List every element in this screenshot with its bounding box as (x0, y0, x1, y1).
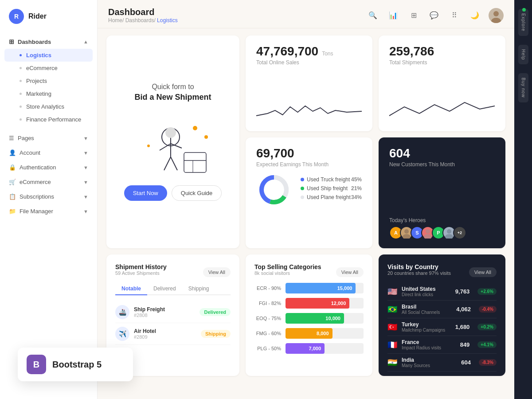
sidebar-item-label: Logistics (26, 52, 51, 59)
total-online-sales-unit: Tons (322, 51, 333, 57)
account-icon: 👤 (9, 149, 16, 156)
shipments-chart (389, 98, 495, 122)
grid-icon[interactable]: ⊞ (407, 9, 420, 22)
sidebar-item-projects[interactable]: Projects (4, 74, 93, 87)
logo-icon: R (9, 9, 24, 24)
list-item: 🇺🇸 United States Direct link clicks 9,76… (387, 283, 497, 301)
bar-track: 8,000 (286, 328, 364, 339)
sidebar-authentication[interactable]: 🔒 Authentication ▼ (4, 160, 93, 174)
item-dot (20, 106, 22, 108)
sidebar-item-ecommerce[interactable]: eCommerce (4, 62, 93, 74)
pages-icon: ☰ (9, 135, 14, 141)
svg-point-23 (447, 229, 451, 234)
promo-illustration (133, 113, 213, 175)
sidebar-pages[interactable]: ☰ Pages ▼ (4, 131, 93, 145)
tab-delivered[interactable]: Delivered (147, 283, 182, 295)
bar-row: FMG - 60% 8,000 (254, 328, 364, 339)
country-name: France (402, 339, 456, 345)
pages-label: Pages (18, 135, 34, 141)
quick-guide-button[interactable]: Quick Guide (172, 185, 222, 201)
sidebar-item-marketing[interactable]: Marketing (4, 87, 93, 100)
svg-point-20 (403, 234, 411, 239)
tab-notable[interactable]: Notable (115, 283, 147, 295)
active-dot (20, 54, 22, 56)
countries-view-all-button[interactable]: View All (469, 267, 497, 277)
svg-point-19 (404, 229, 409, 234)
svg-point-13 (204, 135, 208, 139)
chat-icon[interactable]: 💬 (427, 9, 441, 22)
search-icon[interactable]: 🔍 (366, 9, 379, 22)
header-right: 🔍 📊 ⊞ 💬 ⠿ 🌙 (366, 8, 504, 23)
subscriptions-icon: 📋 (9, 193, 16, 200)
item-dot (20, 93, 22, 95)
country-name: United States (402, 286, 451, 292)
chart-icon[interactable]: 📊 (387, 9, 400, 22)
auth-icon: 🔒 (9, 164, 16, 171)
item-dot (20, 118, 22, 121)
apps-icon[interactable]: ⠿ (448, 9, 461, 22)
bar-fill: 7,000 (286, 343, 325, 354)
bootstrap-overlay: B Bootstrap 5 (18, 348, 133, 381)
total-online-sales-card: 47,769,700 Tons Total Online Sales (246, 35, 372, 131)
country-source: Many Sources (402, 363, 457, 368)
sidebar-item-logistics[interactable]: Logistics (4, 49, 93, 62)
bar-label: FMG - 60% (254, 331, 281, 336)
sidebar-logo[interactable]: R Rider (0, 9, 97, 33)
moon-icon[interactable]: 🌙 (468, 9, 481, 22)
subscriptions-label: Subscriptions (20, 193, 54, 200)
help-button[interactable]: Help (518, 45, 528, 65)
dashboards-header[interactable]: ⊞ Dashboards ▲ (4, 35, 93, 49)
ship-freight-item: Used Ship freight 21% (301, 185, 362, 192)
start-now-button[interactable]: Start Now (124, 185, 167, 201)
authentication-label: Authentication (20, 164, 56, 171)
svg-point-22 (424, 234, 432, 239)
plane-pct: 34% (351, 194, 362, 200)
sidebar-ecommerce-page[interactable]: 🛒 eCommerce ▼ (4, 175, 93, 189)
countries-list: 🇺🇸 United States Direct link clicks 9,76… (387, 283, 497, 372)
sidebar-account[interactable]: 👤 Account ▼ (4, 146, 93, 160)
svg-point-24 (445, 234, 453, 239)
bootstrap-icon: B (27, 355, 46, 374)
file-manager-chevron: ▼ (83, 209, 88, 214)
country-value: 9,763 (455, 288, 470, 295)
buy-now-button[interactable]: Buy now (518, 73, 528, 102)
shipment-title: Shipment History (115, 263, 167, 270)
dashboards-icon: ⊞ (9, 38, 14, 45)
bar-track: 12,000 (286, 298, 364, 309)
breadcrumb: Home/ Dashboards/ Logistics (108, 17, 178, 23)
svg-point-21 (426, 229, 430, 234)
avatar[interactable] (489, 8, 504, 23)
total-shipments-card: 259,786 Total Shipments (379, 35, 505, 131)
sidebar-item-store-analytics[interactable]: Store Analytics (4, 100, 93, 113)
shipment-view-all-button[interactable]: View All (203, 267, 231, 277)
sidebar-file-manager[interactable]: 📁 File Manager ▼ (4, 204, 93, 218)
page-title: Dashboard (108, 7, 178, 17)
plane-freight-item: Used Plane freight 34% (301, 194, 362, 200)
tab-shipping[interactable]: Shipping (182, 283, 215, 295)
shipment-name: Ship Freight (134, 306, 195, 313)
country-flag: 🇫🇷 (387, 340, 397, 350)
bar-label: PLG - 50% (254, 346, 281, 351)
countries-title: Visits by Country (387, 263, 451, 270)
subscriptions-chevron: ▼ (83, 194, 88, 200)
svg-point-12 (193, 126, 197, 130)
svg-point-0 (493, 11, 499, 16)
categories-view-all-button[interactable]: View All (336, 267, 364, 277)
sidebar-item-finance-performance[interactable]: Finance Performance (4, 113, 93, 126)
country-source: Impact Radius visits (402, 345, 456, 350)
ship-dot (301, 187, 304, 190)
sidebar-subscriptions[interactable]: 📋 Subscriptions ▼ (4, 190, 93, 203)
explore-button[interactable]: Explore (518, 9, 528, 36)
bar-fill: 15,000 (286, 283, 356, 293)
bar-row: ECR - 90% 15,000 (254, 283, 364, 293)
svg-point-14 (147, 145, 150, 147)
country-flag: 🇺🇸 (387, 287, 397, 297)
country-flag: 🇮🇳 (387, 358, 397, 368)
list-item: 🇹🇷 Turkey Mailchimp Campaigns 1,680 +0.2… (387, 318, 497, 336)
truck-freight-item: Used Truck freight 45% (301, 176, 362, 183)
bar-track: 7,000 (286, 343, 364, 354)
country-source: All Social Channels (402, 310, 452, 315)
avatar-more: +2 (453, 226, 466, 239)
online-sales-chart (256, 98, 362, 122)
countries-card: Visits by Country 20 countries share 97%… (379, 254, 505, 376)
